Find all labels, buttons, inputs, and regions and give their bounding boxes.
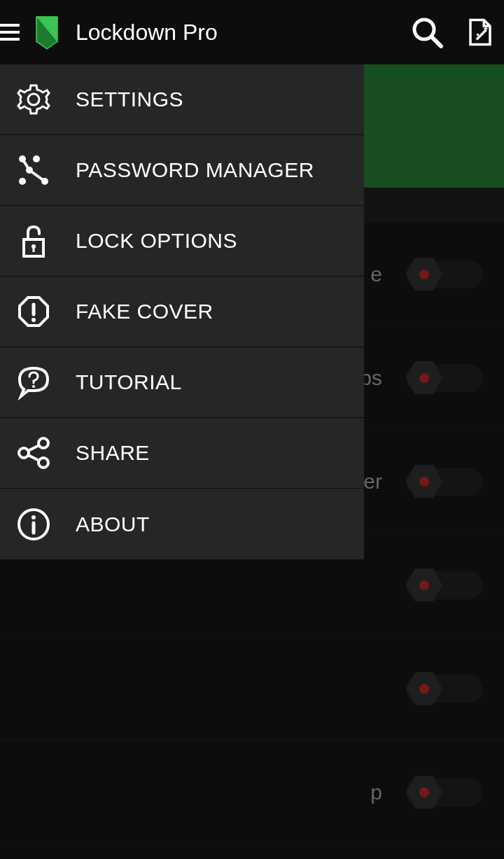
item-text-fragment: e bbox=[370, 263, 382, 286]
toggle-thumb bbox=[406, 256, 442, 293]
drawer-item-password-manager[interactable]: PASSWORD MANAGER bbox=[0, 135, 364, 206]
navigation-drawer: SETTINGS PASSWORD MANAGER LOCK bbox=[0, 64, 364, 559]
drawer-item-share[interactable]: SHARE bbox=[0, 418, 364, 489]
drawer-item-about[interactable]: ABOUT bbox=[0, 489, 364, 559]
list-item[interactable] bbox=[0, 637, 504, 741]
toggle-switch[interactable] bbox=[406, 778, 483, 806]
drawer-item-tutorial[interactable]: TUTORIAL bbox=[0, 347, 364, 418]
magic-document-button[interactable] bbox=[463, 15, 497, 49]
toggle-thumb bbox=[406, 567, 442, 603]
toggle-thumb bbox=[406, 671, 442, 707]
magic-document-icon bbox=[465, 18, 495, 47]
shield-logo-icon bbox=[29, 15, 64, 50]
toggle-switch[interactable] bbox=[406, 364, 483, 392]
svg-point-22 bbox=[32, 385, 35, 388]
hamburger-icon[interactable] bbox=[0, 31, 20, 34]
item-text-fragment: er bbox=[363, 470, 382, 494]
toggle-switch[interactable] bbox=[406, 571, 483, 599]
svg-line-7 bbox=[432, 37, 441, 46]
item-text-fragment: p bbox=[370, 781, 382, 804]
search-icon bbox=[410, 15, 444, 49]
list-item[interactable]: p bbox=[0, 741, 504, 844]
gear-icon bbox=[15, 81, 52, 118]
search-button[interactable] bbox=[410, 15, 444, 49]
svg-point-25 bbox=[38, 458, 48, 468]
drawer-item-label: TUTORIAL bbox=[76, 370, 182, 394]
drawer-item-label: PASSWORD MANAGER bbox=[76, 158, 314, 182]
drawer-item-settings[interactable]: SETTINGS bbox=[0, 64, 364, 135]
share-icon bbox=[15, 435, 52, 471]
toggle-thumb bbox=[406, 774, 442, 811]
action-bar: Lockdown Pro bbox=[0, 0, 504, 64]
svg-point-13 bbox=[19, 178, 26, 185]
drawer-item-label: SETTINGS bbox=[76, 88, 183, 111]
info-icon bbox=[15, 506, 52, 543]
drawer-item-label: ABOUT bbox=[76, 512, 150, 536]
unlock-icon bbox=[15, 223, 52, 259]
svg-point-21 bbox=[31, 318, 36, 322]
drawer-item-label: SHARE bbox=[76, 441, 150, 465]
drawer-item-lock-options[interactable]: LOCK OPTIONS bbox=[0, 206, 364, 277]
toggle-switch[interactable] bbox=[406, 468, 483, 496]
pattern-icon bbox=[15, 152, 52, 188]
drawer-item-label: LOCK OPTIONS bbox=[76, 229, 237, 253]
drawer-item-fake-cover[interactable]: FAKE COVER bbox=[0, 277, 364, 347]
svg-line-14 bbox=[22, 159, 29, 170]
toggle-thumb bbox=[406, 360, 442, 396]
svg-point-29 bbox=[31, 515, 36, 519]
svg-line-27 bbox=[28, 455, 39, 461]
drawer-item-label: FAKE COVER bbox=[76, 300, 214, 323]
svg-point-23 bbox=[19, 448, 29, 458]
toggle-thumb bbox=[406, 463, 442, 500]
svg-point-8 bbox=[28, 94, 39, 105]
app-title: Lockdown Pro bbox=[76, 20, 391, 46]
svg-point-24 bbox=[38, 438, 48, 448]
svg-line-26 bbox=[28, 445, 39, 451]
toggle-switch[interactable] bbox=[406, 260, 483, 288]
alert-icon bbox=[15, 293, 52, 330]
question-icon bbox=[15, 364, 52, 400]
toggle-switch[interactable] bbox=[406, 675, 483, 703]
app-logo[interactable] bbox=[29, 15, 64, 50]
svg-point-10 bbox=[33, 155, 40, 162]
svg-line-15 bbox=[29, 170, 45, 181]
